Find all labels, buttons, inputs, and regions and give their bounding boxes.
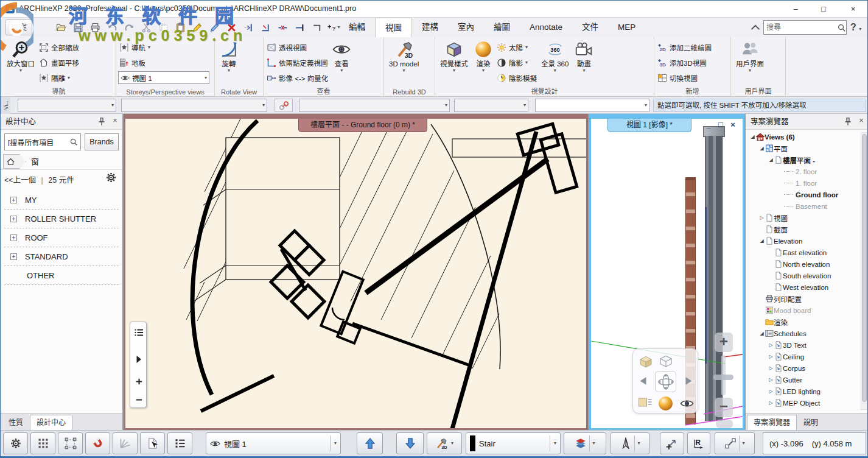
qat-redo-button[interactable] [122, 21, 136, 34]
qat-pen-button[interactable] [208, 21, 221, 34]
view3d-window[interactable]: + − 視圖 1 [影像] * _ □ × [589, 114, 744, 430]
tab-建構[interactable]: 建構 [412, 18, 448, 37]
selection-combo-2[interactable]: ▾ [299, 99, 450, 112]
qat-save-button[interactable] [71, 21, 85, 34]
ribbon-button-用戶界面[interactable]: 用戶界面▾ [733, 38, 767, 86]
left-tab-性質[interactable]: 性質 [2, 415, 30, 431]
tree-expand-icon[interactable]: ▷ [768, 377, 774, 382]
tree-item-視圖[interactable]: ▷視圖 [746, 212, 860, 224]
tree-expand-icon[interactable]: ◢ [758, 331, 765, 336]
selection-frame-button[interactable] [58, 432, 83, 454]
cube-wire-icon[interactable] [658, 353, 674, 369]
tab-繪圖[interactable]: 繪圖 [484, 18, 520, 37]
tree-expand-icon[interactable]: ▷ [768, 389, 774, 394]
design-center-settings-icon[interactable] [105, 172, 117, 183]
expand-icon[interactable]: + [10, 253, 17, 260]
category-ROOF[interactable]: +ROOF [4, 228, 119, 247]
render-ball-icon[interactable] [657, 395, 674, 412]
ribbon-button-地板[interactable]: 地板 [118, 55, 209, 70]
tree-item-樓層平面 -[interactable]: ◢樓層平面 - [746, 154, 860, 166]
search-input[interactable] [764, 23, 837, 32]
collapse-ribbon-icon[interactable] [751, 23, 760, 32]
zoom-out-3d-button[interactable]: − [715, 398, 733, 417]
tree-item-Ground floor[interactable]: Ground floor [746, 189, 860, 200]
ribbon-button-全部縮放[interactable]: 全部縮放 [38, 40, 80, 55]
design-center-search-input[interactable] [5, 138, 69, 146]
segment-button[interactable]: ▾ [715, 432, 755, 454]
tree-item-South elevation[interactable]: South elevation [746, 270, 860, 281]
settings-button[interactable] [3, 432, 28, 454]
ribbon-button-3D model[interactable]: 3D3D model▾ [386, 38, 422, 86]
ribbon-button-動畫[interactable]: 動畫▾ [572, 38, 596, 86]
minimize-button[interactable]: – [782, 1, 810, 18]
rebuild-3d-button[interactable]: 3D ▾ [427, 432, 462, 454]
qat-corner-button[interactable] [310, 21, 323, 34]
zoom-slider-handle[interactable] [713, 375, 733, 380]
tree-item-Views (6)[interactable]: ◢Views (6) [746, 131, 860, 143]
panel-close-icon[interactable]: × [856, 116, 866, 125]
tree-expand-icon[interactable]: ▷ [768, 365, 774, 371]
storey-down-button[interactable] [396, 432, 424, 454]
tree-expand-icon[interactable]: ▷ [768, 342, 774, 348]
qat-paste-button[interactable] [173, 21, 187, 34]
material-icon[interactable] [638, 396, 653, 410]
tree-item-平面[interactable]: ◢平面 [746, 143, 860, 154]
qat-print-button[interactable] [88, 21, 102, 34]
selection-combo-3[interactable]: ▾ [454, 99, 528, 112]
floor-plan-canvas[interactable] [125, 119, 586, 428]
tree-item-3D Text[interactable]: ▷3D Text [746, 339, 860, 351]
tab-視圖[interactable]: 視圖 [375, 18, 412, 37]
tab-MEP[interactable]: MEP [608, 18, 645, 37]
qat-delete-button[interactable] [225, 21, 238, 34]
help-button[interactable]: ? ▾ [850, 20, 866, 35]
tree-item-North elevation[interactable]: North elevation [746, 258, 860, 270]
link-toggle-button[interactable] [275, 99, 293, 112]
tree-item-Ceiling[interactable]: ▷Ceiling [746, 351, 860, 362]
tree-expand-icon[interactable]: ▷ [758, 215, 765, 220]
search-icon[interactable] [69, 138, 78, 146]
category-OTHER[interactable]: OTHER [4, 266, 119, 285]
ribbon-search-box[interactable] [763, 20, 847, 35]
tree-item-Schedules[interactable]: ◢Schedules [746, 328, 860, 339]
ribbon-button-添加3D視圖[interactable]: 3D添加3D視圖 [656, 55, 713, 70]
ribbon-button-陰影[interactable]: 陰影▾ [495, 55, 538, 70]
view3d-close-button[interactable]: × [728, 120, 738, 130]
eye-icon[interactable] [679, 399, 695, 408]
item-list-button[interactable] [167, 432, 192, 454]
tree-item-Elevation[interactable]: ◢Elevation [746, 235, 860, 247]
floor-plan-window[interactable]: 樓層平面 - - Ground floor (0 m) * [124, 114, 588, 430]
tab-Annotate[interactable]: Annotate [520, 18, 572, 37]
rotate-right-icon[interactable] [685, 376, 693, 386]
ribbon-combo-視圖 1[interactable]: 視圖 1▾ [118, 71, 209, 84]
left-tab-設計中心[interactable]: 設計中心 [30, 415, 72, 431]
ribbon-button-放大窗口[interactable]: 放大窗口▾ [4, 38, 38, 86]
layer-combo[interactable]: Stair ▾ [466, 432, 561, 454]
tree-expand-icon[interactable]: ◢ [749, 134, 756, 139]
navigation-gizmo[interactable] [632, 348, 698, 414]
tab-編輯[interactable]: 編輯 [339, 18, 375, 37]
grid-button[interactable] [30, 432, 55, 454]
ribbon-button-添加二維繪圖[interactable]: 2D添加二維繪圖 [656, 40, 713, 55]
tree-item-2. floor[interactable]: 2. floor [746, 166, 860, 177]
zoom-in-3d-button[interactable]: + [715, 333, 733, 352]
right-tab-說明[interactable]: 說明 [797, 415, 825, 431]
storey-up-button[interactable] [357, 432, 383, 454]
zoom-in-button[interactable] [130, 373, 147, 389]
search-icon[interactable] [837, 23, 846, 32]
scrollbar-thumb[interactable] [862, 134, 867, 402]
ribbon-button-依兩點定義視圖[interactable]: 依兩點定義視圖 [265, 55, 329, 70]
tab-文件[interactable]: 文件 [572, 18, 608, 37]
ribbon-button-旋轉[interactable]: 旋轉▾ [217, 38, 241, 86]
selection-combo-4[interactable]: ▾ [535, 99, 649, 112]
brands-button[interactable]: Brands [85, 133, 119, 150]
qat-brush-button[interactable] [191, 21, 204, 34]
tree-item-East elevation[interactable]: East elevation [746, 247, 860, 258]
maximize-button[interactable]: □ [810, 1, 838, 18]
tree-expand-icon[interactable]: ◢ [758, 238, 765, 244]
tree-item-MEP Object[interactable]: ▷MEP Object [746, 397, 860, 409]
category-MY[interactable]: +MY [4, 191, 119, 210]
expand-icon[interactable]: + [10, 234, 17, 241]
pin-icon[interactable] [97, 117, 107, 127]
north-arrow-button[interactable]: ▾ [611, 432, 649, 454]
breadcrumb-category[interactable]: 窗 [31, 155, 39, 167]
